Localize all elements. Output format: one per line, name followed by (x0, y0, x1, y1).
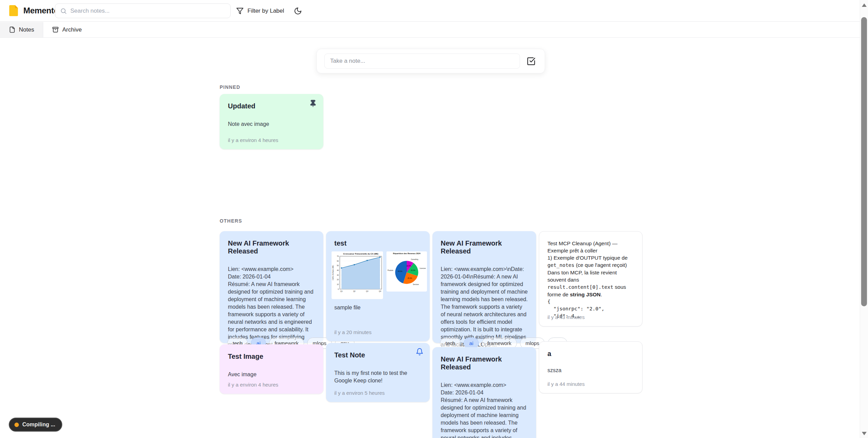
note-timestamp: il y a 44 minutes (547, 381, 585, 387)
line-chart-image[interactable]: Croissance Trimestrielle du CA (M€)01020… (332, 251, 383, 299)
svg-text:45.0%: 45.0% (398, 271, 403, 272)
note-body: Lien: <www.example.com> Date: 2026-01-04… (228, 265, 315, 348)
note-body: Note avec image (228, 120, 315, 128)
pin-icon[interactable] (309, 99, 317, 108)
note-body: This is my first note to test the Google… (334, 369, 421, 384)
note-body: sample file (334, 304, 421, 311)
note-file-icon (9, 26, 15, 33)
mcp-line3-bold: string JSON (570, 292, 601, 297)
mcp-line2-pre: 1) Exemple d'OUTPUT typique de (547, 255, 628, 261)
checkbox-icon (526, 57, 536, 66)
app-header: Memento Filter by Label (0, 0, 868, 22)
mcp-line1: Test MCP Cleanup (Agent) — Exemple prêt … (547, 240, 617, 253)
search-icon (60, 8, 67, 14)
dark-mode-toggle[interactable] (291, 4, 304, 17)
note-card-ai-framework-1[interactable]: New AI Framework Released Lien: <www.exa… (220, 231, 323, 343)
note-card-ai-framework-3[interactable]: New AI Framework Released Lien: <www.exa… (432, 347, 536, 438)
svg-text:Consulting: Consulting (411, 259, 418, 260)
scroll-up-arrow-icon[interactable] (862, 3, 867, 7)
mcp-line3-post: . (601, 292, 602, 297)
svg-text:20.0%: 20.0% (411, 270, 416, 271)
note-composer (316, 49, 545, 73)
note-body: Lien: <www.example.com> Date: 2026-01-04… (441, 381, 528, 438)
note-timestamp: il y a environ 4 heures (228, 382, 278, 388)
tab-notes[interactable]: Notes (0, 22, 43, 37)
view-tabbar: Notes Archive (0, 22, 868, 38)
note-title: New AI Framework Released (228, 239, 315, 255)
svg-text:Q1: Q1 (340, 290, 343, 292)
mcp-line2-code: get_notes (547, 262, 575, 268)
note-card-a[interactable]: a szsza il y a 44 minutes (539, 341, 643, 393)
others-section-label: OTHERS (220, 218, 242, 224)
filter-by-label-text: Filter by Label (247, 8, 284, 14)
mcp-line2-post: (ce que l'agent reçoit) (575, 262, 627, 268)
app-logo-icon (9, 5, 19, 16)
compiling-status-badge[interactable]: Compiling ... (9, 418, 62, 431)
note-body: szsza (547, 367, 634, 374)
note-title: New AI Framework Released (441, 239, 528, 255)
svg-text:Croissance Trimestrielle du CA: Croissance Trimestrielle du CA (M€) (343, 253, 378, 255)
search-input[interactable] (70, 8, 225, 14)
note-timestamp: il y a 20 minutes (334, 329, 371, 335)
scroll-down-arrow-icon[interactable] (862, 432, 867, 435)
note-title: Updated (228, 102, 315, 110)
svg-text:60: 60 (337, 260, 339, 262)
svg-text:Produits: Produits (387, 270, 393, 271)
svg-text:40: 40 (337, 269, 339, 271)
mcp-line3-pre: Dans ton MCP, la liste revient souvent d… (547, 270, 617, 283)
tab-notes-label: Notes (19, 26, 34, 33)
scrollbar-thumb[interactable] (861, 17, 867, 306)
pie-chart-image[interactable]: Répartition des Revenus 202445.0%Produit… (386, 251, 427, 292)
note-card-test-image[interactable]: Test Image Avec image il y a environ 4 h… (220, 344, 323, 394)
note-title: Test Image (228, 353, 315, 360)
svg-text:70: 70 (337, 255, 339, 257)
svg-text:Q3: Q3 (366, 290, 368, 292)
note-timestamp: il y a environ 4 heures (228, 137, 278, 143)
note-image-attachments: Croissance Trimestrielle du CA (M€)01020… (332, 251, 424, 299)
svg-text:50: 50 (337, 264, 339, 267)
svg-text:10: 10 (337, 283, 339, 285)
note-timestamp: il y a 43 minutes (547, 314, 585, 320)
mcp-line3-code: result.content[0].text (547, 284, 613, 290)
note-title: New AI Framework Released (441, 355, 528, 371)
note-card-test[interactable]: test Croissance Trimestrielle du CA (M€)… (326, 231, 430, 341)
tab-archive-label: Archive (62, 26, 82, 33)
note-body: Avec image (228, 371, 315, 378)
add-checklist-button[interactable] (525, 55, 537, 67)
svg-text:Q2: Q2 (353, 290, 356, 292)
note-card-updated[interactable]: Updated Note avec image il y a environ 4… (220, 94, 323, 149)
filter-by-label-button[interactable]: Filter by Label (236, 4, 284, 18)
svg-text:Répartition des Revenus 2024: Répartition des Revenus 2024 (393, 252, 421, 254)
status-label: Compiling ... (22, 422, 55, 428)
status-dot-icon (14, 423, 19, 427)
archive-icon (52, 26, 59, 33)
svg-text:25.0%: 25.0% (407, 277, 412, 279)
note-title: Test Note (334, 351, 421, 359)
note-card-ai-framework-2[interactable]: New AI Framework Released Lien: <www.exa… (432, 231, 536, 343)
note-body: Lien: <www.example.com>\nDate: 2026-01-0… (441, 265, 528, 348)
reminder-bell-icon[interactable] (416, 348, 424, 356)
svg-text:Q4: Q4 (379, 290, 381, 292)
take-a-note-input[interactable] (324, 54, 520, 69)
svg-text:Chiffre d'affaires (M€): Chiffre d'affaires (M€) (332, 265, 334, 280)
notes-grid: New AI Framework Released Lien: <www.exa… (220, 231, 645, 438)
svg-text:20: 20 (337, 279, 339, 281)
note-title: test (334, 239, 421, 247)
vertical-scrollbar[interactable] (860, 0, 868, 438)
search-box[interactable] (55, 3, 231, 18)
note-timestamp: il y a environ 5 heures (334, 390, 385, 396)
note-title: a (547, 350, 634, 358)
svg-text:0: 0 (338, 288, 339, 290)
note-card-mcp-cleanup[interactable]: Test MCP Cleanup (Agent) — Exemple prêt … (539, 231, 643, 327)
note-card-test-note[interactable]: Test Note This is my first note to test … (326, 343, 430, 402)
svg-text:Services: Services (413, 284, 419, 285)
funnel-icon (236, 7, 244, 15)
svg-text:10.0%: 10.0% (406, 265, 411, 267)
app-title: Memento (23, 6, 59, 15)
moon-icon (294, 7, 302, 15)
tab-archive[interactable]: Archive (43, 22, 91, 37)
svg-text:Licences: Licences (420, 268, 426, 269)
svg-text:30: 30 (337, 274, 339, 276)
pinned-section-label: PINNED (220, 84, 240, 90)
